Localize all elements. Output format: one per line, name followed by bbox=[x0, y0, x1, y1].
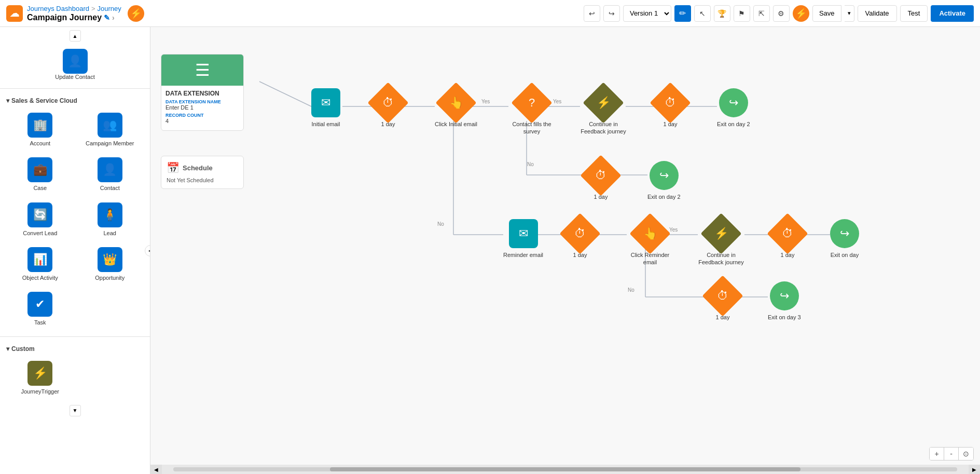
sidebar-scroll-down-button[interactable]: ▼ bbox=[70, 405, 81, 416]
task-icon: ✔ bbox=[27, 292, 52, 317]
redo-button[interactable]: ↪ bbox=[603, 5, 620, 22]
exit-day-right-label: Exit on day bbox=[831, 251, 859, 259]
share-button[interactable]: ⇱ bbox=[753, 5, 770, 22]
schedule-status: Not Yet Scheduled bbox=[167, 177, 238, 183]
node-click-reminder[interactable]: 👆 Click Reminder email bbox=[627, 219, 673, 266]
main-layout: ▲ 👤 Update Contact ▾ Sales & Service Clo… bbox=[0, 27, 980, 474]
node-exit-day2-top[interactable]: ↪ Exit on day 2 bbox=[717, 88, 750, 128]
opportunity-icon: 👑 bbox=[98, 247, 122, 272]
breadcrumb-journey[interactable]: Journey bbox=[98, 5, 121, 12]
sidebar-item-campaign-member[interactable]: 👥 Campaign Member bbox=[76, 109, 144, 151]
toolbar-controls: ↩ ↪ Version 1 ✏ ↖ 🏆 ⚑ ⇱ ⚙ ⚡ Save ▾ Valid… bbox=[584, 5, 974, 22]
schedule-card[interactable]: 📅 Schedule Not Yet Scheduled bbox=[161, 156, 244, 189]
sidebar-item-task[interactable]: ✔ Task bbox=[6, 288, 74, 330]
title-edit-icon[interactable]: ✎ bbox=[104, 13, 110, 22]
node-contact-fills[interactable]: ? Contact fills the survey bbox=[508, 88, 555, 136]
case-label: Case bbox=[33, 184, 47, 192]
settings-button[interactable]: ⚙ bbox=[773, 5, 790, 22]
node-exit-day-right[interactable]: ↪ Exit on day bbox=[830, 219, 859, 259]
click-reminder-icon: 👆 bbox=[629, 213, 670, 254]
svg-line-0 bbox=[259, 82, 311, 106]
wait-4-icon: ⏱ bbox=[559, 213, 600, 254]
exit-day2-top-icon: ↪ bbox=[719, 88, 748, 117]
sidebar-item-lead[interactable]: 🧍 Lead bbox=[76, 198, 144, 241]
sidebar-section-sales[interactable]: ▾ Sales & Service Cloud bbox=[0, 93, 150, 106]
journey-trigger-icon: ⚡ bbox=[27, 361, 52, 386]
activate-button[interactable]: Activate bbox=[931, 5, 974, 22]
node-exit-day3[interactable]: ↪ Exit on day 3 bbox=[768, 281, 801, 321]
canvas-scrollbar-track[interactable] bbox=[173, 467, 957, 471]
continue-feedback-1-icon: ⚡ bbox=[583, 82, 624, 123]
sidebar-scroll-up-area: ▲ bbox=[0, 27, 150, 45]
record-count-val: 4 bbox=[165, 118, 239, 124]
flag-button[interactable]: ⚑ bbox=[734, 5, 750, 22]
canvas-inner: Yes Yes No No bbox=[150, 27, 980, 442]
node-wait-4[interactable]: ⏱ 1 day bbox=[565, 219, 595, 259]
contact-icon: 👤 bbox=[98, 157, 122, 182]
sidebar-divider-2 bbox=[0, 336, 150, 337]
canvas-scroll-left-button[interactable]: ◀ bbox=[150, 465, 162, 474]
account-icon: 🏢 bbox=[27, 113, 52, 138]
node-exit-day2-mid[interactable]: ↪ Exit on day 2 bbox=[647, 161, 681, 200]
undo-button[interactable]: ↩ bbox=[584, 5, 600, 22]
record-count-label: RECORD COUNT bbox=[165, 113, 239, 118]
sidebar-item-update-contact[interactable]: 👤 Update Contact bbox=[0, 45, 150, 84]
sidebar-scroll-down-area: ▼ bbox=[0, 402, 150, 419]
de-card-header: ☰ bbox=[161, 55, 243, 86]
de-name-field: DATA EXTENSION NAME Enter DE 1 bbox=[165, 99, 239, 111]
sidebar-item-account[interactable]: 🏢 Account bbox=[6, 109, 74, 151]
app-logo: ☁ bbox=[6, 5, 23, 22]
version-select[interactable]: Version 1 bbox=[623, 5, 671, 22]
zoom-fit-button[interactable]: ⊙ bbox=[959, 448, 973, 460]
node-continue-feedback-2[interactable]: ⚡ Continue in Feedback journey bbox=[698, 219, 744, 266]
sidebar-scroll-up-button[interactable]: ▲ bbox=[70, 30, 81, 42]
object-activity-icon: 📊 bbox=[27, 247, 52, 272]
node-wait-6[interactable]: ⏱ 1 day bbox=[708, 281, 737, 321]
opportunity-label: Opportunity bbox=[95, 274, 125, 281]
sidebar-section-custom[interactable]: ▾ Custom bbox=[0, 341, 150, 355]
sidebar-item-convert-lead[interactable]: 🔄 Convert Lead bbox=[6, 198, 74, 241]
canvas-scroll-right-button[interactable]: ▶ bbox=[969, 465, 980, 474]
page-title: Campaign Journey ✎ › bbox=[27, 13, 121, 22]
node-wait-5[interactable]: ⏱ 1 day bbox=[773, 219, 802, 259]
trophy-button[interactable]: 🏆 bbox=[714, 5, 730, 22]
sidebar-item-contact[interactable]: 👤 Contact bbox=[76, 153, 144, 196]
validate-button[interactable]: Validate bbox=[858, 5, 897, 22]
save-dropdown-button[interactable]: ▾ bbox=[845, 5, 854, 22]
node-continue-feedback-1[interactable]: ⚡ Continue in Feedback journey bbox=[580, 88, 627, 136]
cursor-tool-button[interactable]: ↖ bbox=[694, 5, 711, 22]
sidebar-item-object-activity[interactable]: 📊 Object Activity bbox=[6, 243, 74, 286]
wait-1-icon: ⏱ bbox=[367, 82, 408, 123]
campaign-member-icon: 👥 bbox=[98, 113, 122, 138]
sidebar-item-opportunity[interactable]: 👑 Opportunity bbox=[76, 243, 144, 286]
zoom-plus-button[interactable]: + bbox=[930, 448, 944, 460]
node-wait-1[interactable]: ⏱ 1 day bbox=[374, 88, 403, 128]
node-wait-2[interactable]: ⏱ 1 day bbox=[656, 88, 685, 128]
node-click-initial[interactable]: 👆 Click Initial email bbox=[435, 88, 477, 128]
save-button[interactable]: Save bbox=[812, 5, 841, 22]
zoom-minus-button[interactable]: - bbox=[944, 448, 959, 460]
canvas-scrollbar-thumb[interactable] bbox=[330, 467, 800, 471]
exit-day2-mid-icon: ↪ bbox=[650, 161, 679, 190]
lead-icon: 🧍 bbox=[98, 202, 122, 227]
data-extension-card[interactable]: ☰ DATA EXTENSION DATA EXTENSION NAME Ent… bbox=[161, 54, 244, 131]
edit-mode-button[interactable]: ✏ bbox=[674, 5, 691, 22]
node-reminder-email[interactable]: ✉ Reminder email bbox=[503, 219, 543, 259]
exit-day3-icon: ↪ bbox=[770, 281, 799, 310]
breadcrumb: Journeys Dashboard > Journey bbox=[27, 5, 121, 12]
schedule-card-header: 📅 Schedule bbox=[167, 161, 238, 174]
exit-day3-label: Exit on day 3 bbox=[768, 314, 801, 321]
record-count-field: RECORD COUNT 4 bbox=[165, 113, 239, 124]
de-card-title-field: DATA EXTENSION bbox=[165, 90, 239, 97]
topbar: ☁ Journeys Dashboard > Journey Campaign … bbox=[0, 0, 980, 27]
node-wait-3[interactable]: ⏱ 1 day bbox=[586, 161, 615, 200]
node-initial-email[interactable]: ✉ Initial email bbox=[311, 88, 340, 128]
sidebar-item-case[interactable]: 💼 Case bbox=[6, 153, 74, 196]
campaign-member-label: Campaign Member bbox=[86, 140, 134, 147]
breadcrumb-dashboard[interactable]: Journeys Dashboard bbox=[27, 5, 89, 12]
test-button[interactable]: Test bbox=[900, 5, 928, 22]
reminder-email-label: Reminder email bbox=[503, 251, 543, 259]
sidebar-item-journey-trigger[interactable]: ⚡ JourneyTrigger bbox=[6, 357, 74, 399]
canvas-area[interactable]: Yes Yes No No bbox=[150, 27, 980, 474]
sidebar-divider-1 bbox=[0, 88, 150, 89]
